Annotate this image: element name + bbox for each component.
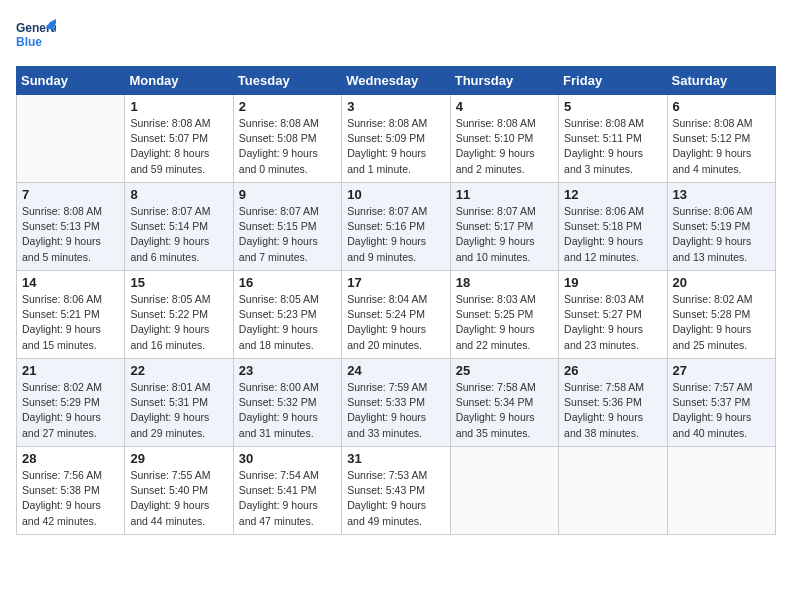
calendar-cell: 30Sunrise: 7:54 AMSunset: 5:41 PMDayligh… bbox=[233, 447, 341, 535]
day-number: 12 bbox=[564, 187, 661, 202]
day-info: Sunrise: 8:03 AMSunset: 5:25 PMDaylight:… bbox=[456, 292, 553, 353]
calendar-cell: 28Sunrise: 7:56 AMSunset: 5:38 PMDayligh… bbox=[17, 447, 125, 535]
day-number: 19 bbox=[564, 275, 661, 290]
calendar-cell: 19Sunrise: 8:03 AMSunset: 5:27 PMDayligh… bbox=[559, 271, 667, 359]
calendar-week-2: 7Sunrise: 8:08 AMSunset: 5:13 PMDaylight… bbox=[17, 183, 776, 271]
calendar-body: 1Sunrise: 8:08 AMSunset: 5:07 PMDaylight… bbox=[17, 95, 776, 535]
calendar-cell: 21Sunrise: 8:02 AMSunset: 5:29 PMDayligh… bbox=[17, 359, 125, 447]
logo-graphic: General Blue bbox=[16, 16, 56, 58]
day-info: Sunrise: 8:07 AMSunset: 5:14 PMDaylight:… bbox=[130, 204, 227, 265]
day-number: 27 bbox=[673, 363, 770, 378]
calendar-cell: 2Sunrise: 8:08 AMSunset: 5:08 PMDaylight… bbox=[233, 95, 341, 183]
day-number: 31 bbox=[347, 451, 444, 466]
day-info: Sunrise: 8:03 AMSunset: 5:27 PMDaylight:… bbox=[564, 292, 661, 353]
calendar-cell: 27Sunrise: 7:57 AMSunset: 5:37 PMDayligh… bbox=[667, 359, 775, 447]
day-info: Sunrise: 7:54 AMSunset: 5:41 PMDaylight:… bbox=[239, 468, 336, 529]
day-number: 30 bbox=[239, 451, 336, 466]
day-info: Sunrise: 7:58 AMSunset: 5:36 PMDaylight:… bbox=[564, 380, 661, 441]
day-number: 24 bbox=[347, 363, 444, 378]
calendar-cell: 8Sunrise: 8:07 AMSunset: 5:14 PMDaylight… bbox=[125, 183, 233, 271]
day-info: Sunrise: 7:58 AMSunset: 5:34 PMDaylight:… bbox=[456, 380, 553, 441]
day-info: Sunrise: 8:08 AMSunset: 5:10 PMDaylight:… bbox=[456, 116, 553, 177]
day-number: 29 bbox=[130, 451, 227, 466]
day-number: 5 bbox=[564, 99, 661, 114]
day-info: Sunrise: 8:08 AMSunset: 5:13 PMDaylight:… bbox=[22, 204, 119, 265]
day-info: Sunrise: 8:01 AMSunset: 5:31 PMDaylight:… bbox=[130, 380, 227, 441]
svg-text:Blue: Blue bbox=[16, 35, 42, 49]
calendar-week-3: 14Sunrise: 8:06 AMSunset: 5:21 PMDayligh… bbox=[17, 271, 776, 359]
calendar-week-4: 21Sunrise: 8:02 AMSunset: 5:29 PMDayligh… bbox=[17, 359, 776, 447]
calendar-cell: 17Sunrise: 8:04 AMSunset: 5:24 PMDayligh… bbox=[342, 271, 450, 359]
day-number: 23 bbox=[239, 363, 336, 378]
header-row: SundayMondayTuesdayWednesdayThursdayFrid… bbox=[17, 67, 776, 95]
day-info: Sunrise: 8:08 AMSunset: 5:07 PMDaylight:… bbox=[130, 116, 227, 177]
day-info: Sunrise: 8:02 AMSunset: 5:29 PMDaylight:… bbox=[22, 380, 119, 441]
day-number: 4 bbox=[456, 99, 553, 114]
calendar-cell: 29Sunrise: 7:55 AMSunset: 5:40 PMDayligh… bbox=[125, 447, 233, 535]
calendar-cell: 18Sunrise: 8:03 AMSunset: 5:25 PMDayligh… bbox=[450, 271, 558, 359]
day-number: 28 bbox=[22, 451, 119, 466]
logo: General Blue bbox=[16, 16, 56, 58]
calendar-cell: 9Sunrise: 8:07 AMSunset: 5:15 PMDaylight… bbox=[233, 183, 341, 271]
day-info: Sunrise: 7:56 AMSunset: 5:38 PMDaylight:… bbox=[22, 468, 119, 529]
day-info: Sunrise: 8:07 AMSunset: 5:17 PMDaylight:… bbox=[456, 204, 553, 265]
calendar-week-5: 28Sunrise: 7:56 AMSunset: 5:38 PMDayligh… bbox=[17, 447, 776, 535]
day-info: Sunrise: 7:57 AMSunset: 5:37 PMDaylight:… bbox=[673, 380, 770, 441]
calendar-cell: 23Sunrise: 8:00 AMSunset: 5:32 PMDayligh… bbox=[233, 359, 341, 447]
page-header: General Blue bbox=[16, 16, 776, 58]
calendar-cell: 20Sunrise: 8:02 AMSunset: 5:28 PMDayligh… bbox=[667, 271, 775, 359]
calendar-cell: 1Sunrise: 8:08 AMSunset: 5:07 PMDaylight… bbox=[125, 95, 233, 183]
calendar-cell: 4Sunrise: 8:08 AMSunset: 5:10 PMDaylight… bbox=[450, 95, 558, 183]
day-number: 1 bbox=[130, 99, 227, 114]
day-info: Sunrise: 8:08 AMSunset: 5:12 PMDaylight:… bbox=[673, 116, 770, 177]
day-number: 13 bbox=[673, 187, 770, 202]
day-number: 16 bbox=[239, 275, 336, 290]
calendar-cell: 12Sunrise: 8:06 AMSunset: 5:18 PMDayligh… bbox=[559, 183, 667, 271]
calendar-cell: 31Sunrise: 7:53 AMSunset: 5:43 PMDayligh… bbox=[342, 447, 450, 535]
calendar-cell: 25Sunrise: 7:58 AMSunset: 5:34 PMDayligh… bbox=[450, 359, 558, 447]
header-monday: Monday bbox=[125, 67, 233, 95]
day-number: 10 bbox=[347, 187, 444, 202]
logo-svg: General Blue bbox=[16, 16, 56, 58]
day-info: Sunrise: 8:06 AMSunset: 5:18 PMDaylight:… bbox=[564, 204, 661, 265]
header-wednesday: Wednesday bbox=[342, 67, 450, 95]
calendar-table: SundayMondayTuesdayWednesdayThursdayFrid… bbox=[16, 66, 776, 535]
day-info: Sunrise: 8:02 AMSunset: 5:28 PMDaylight:… bbox=[673, 292, 770, 353]
header-saturday: Saturday bbox=[667, 67, 775, 95]
day-number: 11 bbox=[456, 187, 553, 202]
day-info: Sunrise: 8:06 AMSunset: 5:19 PMDaylight:… bbox=[673, 204, 770, 265]
calendar-cell bbox=[450, 447, 558, 535]
day-info: Sunrise: 7:53 AMSunset: 5:43 PMDaylight:… bbox=[347, 468, 444, 529]
day-info: Sunrise: 8:07 AMSunset: 5:16 PMDaylight:… bbox=[347, 204, 444, 265]
calendar-cell: 16Sunrise: 8:05 AMSunset: 5:23 PMDayligh… bbox=[233, 271, 341, 359]
header-thursday: Thursday bbox=[450, 67, 558, 95]
calendar-cell bbox=[559, 447, 667, 535]
calendar-cell: 7Sunrise: 8:08 AMSunset: 5:13 PMDaylight… bbox=[17, 183, 125, 271]
day-number: 6 bbox=[673, 99, 770, 114]
day-info: Sunrise: 8:08 AMSunset: 5:09 PMDaylight:… bbox=[347, 116, 444, 177]
calendar-cell: 10Sunrise: 8:07 AMSunset: 5:16 PMDayligh… bbox=[342, 183, 450, 271]
day-number: 18 bbox=[456, 275, 553, 290]
header-friday: Friday bbox=[559, 67, 667, 95]
day-number: 7 bbox=[22, 187, 119, 202]
day-number: 9 bbox=[239, 187, 336, 202]
day-number: 8 bbox=[130, 187, 227, 202]
day-number: 26 bbox=[564, 363, 661, 378]
day-number: 17 bbox=[347, 275, 444, 290]
day-number: 3 bbox=[347, 99, 444, 114]
calendar-week-1: 1Sunrise: 8:08 AMSunset: 5:07 PMDaylight… bbox=[17, 95, 776, 183]
calendar-header: SundayMondayTuesdayWednesdayThursdayFrid… bbox=[17, 67, 776, 95]
calendar-cell: 13Sunrise: 8:06 AMSunset: 5:19 PMDayligh… bbox=[667, 183, 775, 271]
day-info: Sunrise: 8:06 AMSunset: 5:21 PMDaylight:… bbox=[22, 292, 119, 353]
calendar-cell: 3Sunrise: 8:08 AMSunset: 5:09 PMDaylight… bbox=[342, 95, 450, 183]
day-number: 14 bbox=[22, 275, 119, 290]
header-sunday: Sunday bbox=[17, 67, 125, 95]
day-number: 2 bbox=[239, 99, 336, 114]
calendar-cell: 22Sunrise: 8:01 AMSunset: 5:31 PMDayligh… bbox=[125, 359, 233, 447]
day-info: Sunrise: 8:04 AMSunset: 5:24 PMDaylight:… bbox=[347, 292, 444, 353]
calendar-cell: 5Sunrise: 8:08 AMSunset: 5:11 PMDaylight… bbox=[559, 95, 667, 183]
calendar-cell: 24Sunrise: 7:59 AMSunset: 5:33 PMDayligh… bbox=[342, 359, 450, 447]
calendar-cell: 6Sunrise: 8:08 AMSunset: 5:12 PMDaylight… bbox=[667, 95, 775, 183]
day-info: Sunrise: 8:08 AMSunset: 5:08 PMDaylight:… bbox=[239, 116, 336, 177]
day-info: Sunrise: 8:05 AMSunset: 5:23 PMDaylight:… bbox=[239, 292, 336, 353]
